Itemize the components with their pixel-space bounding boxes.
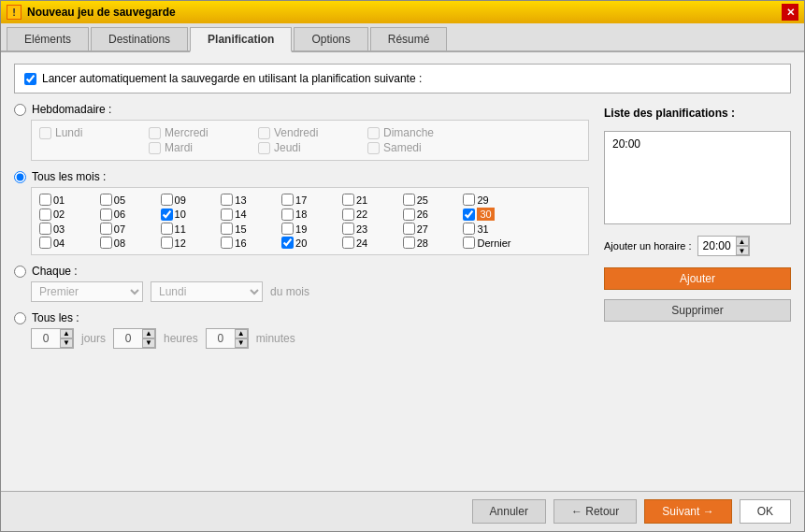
title-bar-left: ! Nouveau jeu de sauvegarde: [7, 5, 176, 20]
month-24: 24: [342, 237, 399, 249]
tab-resume[interactable]: Résumé: [370, 27, 448, 50]
day-dimanche: Dimanche: [367, 126, 471, 139]
cb-18[interactable]: [281, 208, 294, 221]
cb-08[interactable]: [100, 237, 112, 249]
heures-input[interactable]: [114, 329, 142, 348]
cb-17[interactable]: [281, 194, 294, 206]
cb-19[interactable]: [281, 223, 294, 235]
remove-button[interactable]: Supprimer: [604, 299, 791, 322]
tab-elements[interactable]: Eléments: [7, 27, 89, 50]
cb-07[interactable]: [100, 223, 112, 235]
next-button[interactable]: Suivant →: [644, 499, 731, 524]
cb-28[interactable]: [403, 237, 415, 249]
heures-spinner: ▲ ▼: [113, 328, 156, 349]
tab-planification[interactable]: Planification: [190, 27, 292, 52]
auto-start-label[interactable]: Lancer automatiquement la sauvegarde en …: [24, 72, 781, 85]
month-10: 10: [161, 208, 218, 221]
tous-les-mois-radio[interactable]: [14, 171, 26, 183]
app-icon: !: [7, 5, 22, 20]
checkbox-dimanche[interactable]: [367, 127, 380, 139]
tab-options[interactable]: Options: [294, 27, 367, 50]
schedule-list: 20:00: [604, 131, 791, 224]
tous-les-mois-header: Tous les mois :: [14, 170, 589, 183]
minutes-spinner: ▲ ▼: [206, 328, 249, 349]
cb-10[interactable]: [161, 208, 173, 221]
time-spinner: ▲ ▼: [697, 236, 750, 256]
month-07: 07: [100, 223, 157, 235]
chaque-header: Chaque :: [14, 265, 589, 278]
checkbox-vendredi[interactable]: [258, 127, 270, 139]
cb-27[interactable]: [403, 223, 415, 235]
month-27: 27: [403, 223, 460, 235]
add-button[interactable]: Ajouter: [604, 267, 791, 290]
tab-destinations[interactable]: Destinations: [91, 27, 188, 50]
chaque-select-2[interactable]: Lundi: [151, 281, 263, 302]
jours-down-btn[interactable]: ▼: [60, 338, 73, 348]
checkbox-lundi[interactable]: [39, 127, 51, 139]
month-26: 26: [403, 208, 460, 221]
jours-up-btn[interactable]: ▲: [60, 329, 73, 338]
minutes-down-btn[interactable]: ▼: [235, 338, 248, 348]
minutes-up-btn[interactable]: ▲: [235, 329, 248, 338]
cb-dernier[interactable]: [463, 237, 475, 249]
schedule-item-1[interactable]: 20:00: [609, 136, 786, 152]
cb-22[interactable]: [342, 208, 354, 221]
cb-21[interactable]: [342, 194, 354, 206]
cancel-button[interactable]: Annuler: [472, 499, 546, 524]
time-spinner-btns: ▲ ▼: [736, 237, 749, 255]
ok-button[interactable]: OK: [740, 499, 791, 524]
heures-down-btn[interactable]: ▼: [142, 338, 155, 348]
cb-05[interactable]: [100, 194, 112, 206]
hebdomadaire-content: Lundi Mercredi Vendredi: [14, 120, 589, 161]
cb-26[interactable]: [403, 208, 415, 221]
minutes-input[interactable]: [207, 329, 235, 348]
chaque-select-1[interactable]: Premier: [31, 281, 143, 302]
cb-02[interactable]: [39, 208, 51, 221]
time-up-btn[interactable]: ▲: [736, 237, 749, 246]
close-button[interactable]: ✕: [782, 4, 798, 21]
month-dernier: Dernier: [463, 237, 520, 249]
cb-14[interactable]: [221, 208, 233, 221]
cb-30[interactable]: [463, 208, 475, 221]
section-tous-les: Tous les : ▲ ▼ jours: [14, 311, 589, 349]
cb-31[interactable]: [463, 223, 475, 235]
day-vendredi: Vendredi: [258, 126, 362, 139]
heures-up-btn[interactable]: ▲: [142, 329, 155, 338]
jours-input[interactable]: [32, 329, 60, 348]
cb-20[interactable]: [281, 237, 294, 249]
back-button[interactable]: ← Retour: [553, 499, 637, 524]
cb-12[interactable]: [161, 237, 173, 249]
month-18: 18: [281, 208, 338, 221]
cb-15[interactable]: [221, 223, 233, 235]
month-19: 19: [281, 223, 338, 235]
list-title: Liste des planifications :: [604, 107, 791, 120]
month-30: 30: [463, 208, 520, 221]
auto-start-checkbox[interactable]: [24, 73, 36, 85]
cb-25[interactable]: [403, 194, 415, 206]
cb-06[interactable]: [100, 208, 112, 221]
main-window: ! Nouveau jeu de sauvegarde ✕ Eléments D…: [0, 0, 805, 532]
cb-04[interactable]: [39, 237, 51, 249]
cb-01[interactable]: [39, 194, 51, 206]
cb-29[interactable]: [463, 194, 475, 206]
cb-09[interactable]: [161, 194, 173, 206]
cb-11[interactable]: [161, 223, 173, 235]
time-input[interactable]: [698, 237, 736, 255]
month-01: 01: [39, 194, 96, 206]
day-jeudi: Jeudi: [258, 141, 362, 154]
chaque-radio[interactable]: [14, 266, 26, 278]
minutes-spinner-btns: ▲ ▼: [235, 329, 248, 348]
cb-24[interactable]: [342, 237, 354, 249]
checkbox-jeudi[interactable]: [258, 142, 270, 154]
checkbox-mardi[interactable]: [149, 142, 161, 154]
checkbox-samedi[interactable]: [367, 142, 380, 154]
cb-23[interactable]: [342, 223, 354, 235]
cb-16[interactable]: [221, 237, 233, 249]
time-down-btn[interactable]: ▼: [736, 246, 749, 255]
cb-03[interactable]: [39, 223, 51, 235]
auto-start-section: Lancer automatiquement la sauvegarde en …: [14, 64, 791, 93]
cb-13[interactable]: [221, 194, 233, 206]
hebdomadaire-radio[interactable]: [14, 104, 26, 116]
checkbox-mercredi[interactable]: [149, 127, 161, 139]
tous-les-radio[interactable]: [14, 312, 26, 324]
